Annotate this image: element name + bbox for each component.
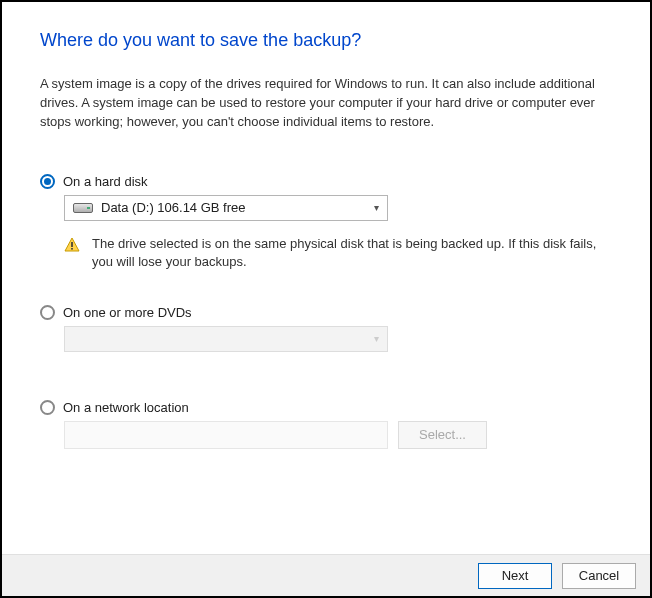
warning-row: The drive selected is on the same physic… [64,235,612,271]
dvd-select: ▾ [64,326,388,352]
radio-dvds[interactable] [40,305,55,320]
wizard-footer: Next Cancel [2,554,650,596]
radio-network-label: On a network location [63,400,189,415]
radio-dvds-label: On one or more DVDs [63,305,192,320]
next-button[interactable]: Next [478,563,552,589]
wizard-content: Where do you want to save the backup? A … [2,2,650,449]
option-network: On a network location Select... [40,400,612,449]
radio-network[interactable] [40,400,55,415]
network-path-input [64,421,388,449]
cancel-button[interactable]: Cancel [562,563,636,589]
radio-hard-disk-label: On a hard disk [63,174,148,189]
svg-rect-2 [71,248,73,250]
svg-rect-1 [71,242,73,247]
option-hard-disk: On a hard disk Data (D:) 106.14 GB free … [40,174,612,271]
drive-select[interactable]: Data (D:) 106.14 GB free ▾ [64,195,388,221]
radio-network-row[interactable]: On a network location [40,400,612,415]
option-dvds: On one or more DVDs ▾ [40,305,612,352]
page-title: Where do you want to save the backup? [40,30,612,51]
radio-dvds-row[interactable]: On one or more DVDs [40,305,612,320]
drive-select-value: Data (D:) 106.14 GB free [101,200,246,215]
warning-icon [64,237,80,256]
page-description: A system image is a copy of the drives r… [40,75,612,132]
warning-text: The drive selected is on the same physic… [92,235,612,271]
radio-hard-disk-row[interactable]: On a hard disk [40,174,612,189]
chevron-down-icon: ▾ [374,333,379,344]
radio-hard-disk[interactable] [40,174,55,189]
select-network-button: Select... [398,421,487,449]
chevron-down-icon: ▾ [374,202,379,213]
drive-icon [73,203,93,213]
